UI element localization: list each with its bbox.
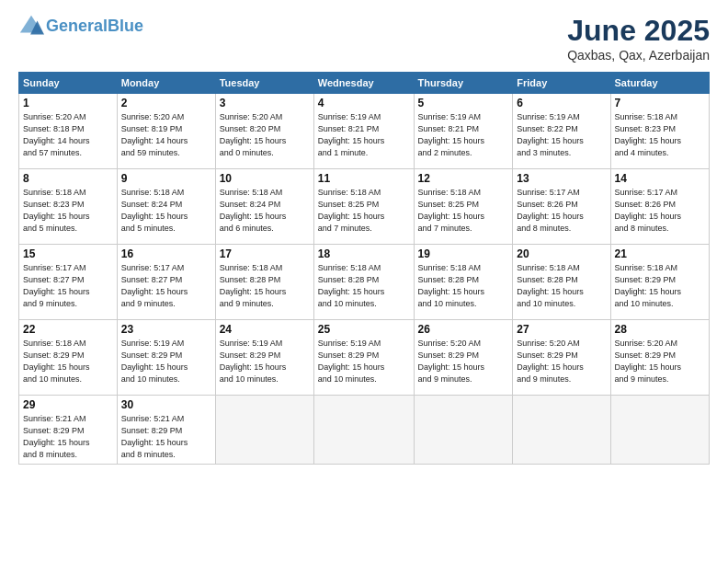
table-cell: 27Sunrise: 5:20 AMSunset: 8:29 PMDayligh…	[513, 320, 610, 396]
table-cell: 7Sunrise: 5:18 AMSunset: 8:23 PMDaylight…	[610, 94, 709, 169]
day-number: 23	[121, 323, 211, 336]
day-info: Sunrise: 5:21 AMSunset: 8:29 PMDaylight:…	[23, 413, 113, 461]
day-number: 30	[121, 398, 211, 411]
day-info: Sunrise: 5:20 AMSunset: 8:18 PMDaylight:…	[23, 111, 113, 159]
day-number: 13	[517, 172, 606, 185]
table-cell: 21Sunrise: 5:18 AMSunset: 8:29 PMDayligh…	[610, 245, 709, 320]
table-row: 15Sunrise: 5:17 AMSunset: 8:27 PMDayligh…	[19, 245, 710, 320]
logo-line2: Blue	[108, 17, 143, 35]
day-number: 25	[318, 323, 410, 336]
table-cell: 3Sunrise: 5:20 AMSunset: 8:20 PMDaylight…	[215, 94, 313, 169]
table-cell: 18Sunrise: 5:18 AMSunset: 8:28 PMDayligh…	[313, 245, 414, 320]
day-number: 19	[418, 247, 509, 260]
table-cell	[610, 396, 709, 465]
table-row: 8Sunrise: 5:18 AMSunset: 8:23 PMDaylight…	[19, 169, 710, 245]
table-cell: 13Sunrise: 5:17 AMSunset: 8:26 PMDayligh…	[513, 169, 610, 245]
day-number: 27	[517, 323, 606, 336]
table-cell: 22Sunrise: 5:18 AMSunset: 8:29 PMDayligh…	[19, 320, 118, 396]
day-number: 22	[23, 323, 113, 336]
day-number: 7	[615, 97, 705, 109]
day-info: Sunrise: 5:21 AMSunset: 8:29 PMDaylight:…	[121, 413, 211, 461]
day-number: 2	[121, 97, 211, 109]
day-number: 28	[615, 323, 705, 336]
table-cell: 9Sunrise: 5:18 AMSunset: 8:24 PMDaylight…	[117, 169, 215, 245]
day-info: Sunrise: 5:18 AMSunset: 8:25 PMDaylight:…	[418, 187, 509, 235]
day-info: Sunrise: 5:18 AMSunset: 8:28 PMDaylight:…	[418, 262, 509, 310]
table-row: 29Sunrise: 5:21 AMSunset: 8:29 PMDayligh…	[19, 396, 710, 465]
logo-line1: General	[46, 17, 108, 35]
table-cell	[414, 396, 513, 465]
table-cell: 28Sunrise: 5:20 AMSunset: 8:29 PMDayligh…	[610, 320, 709, 396]
title-block: June 2025 Qaxbas, Qax, Azerbaijan	[567, 14, 710, 63]
day-number: 8	[23, 172, 113, 185]
day-number: 1	[23, 97, 113, 109]
day-info: Sunrise: 5:17 AMSunset: 8:27 PMDaylight:…	[121, 262, 211, 310]
table-cell	[215, 396, 313, 465]
day-info: Sunrise: 5:19 AMSunset: 8:22 PMDaylight:…	[517, 111, 606, 159]
logo-text: GeneralBlue	[46, 17, 143, 36]
day-info: Sunrise: 5:18 AMSunset: 8:29 PMDaylight:…	[23, 338, 113, 385]
calendar-table: Sunday Monday Tuesday Wednesday Thursday…	[18, 72, 710, 465]
day-info: Sunrise: 5:17 AMSunset: 8:27 PMDaylight:…	[23, 262, 113, 310]
table-cell: 10Sunrise: 5:18 AMSunset: 8:24 PMDayligh…	[215, 169, 313, 245]
day-info: Sunrise: 5:19 AMSunset: 8:21 PMDaylight:…	[418, 111, 509, 159]
col-sunday: Sunday	[19, 73, 118, 94]
day-number: 6	[517, 97, 606, 109]
col-tuesday: Tuesday	[215, 73, 313, 94]
col-saturday: Saturday	[610, 73, 709, 94]
table-cell: 24Sunrise: 5:19 AMSunset: 8:29 PMDayligh…	[215, 320, 313, 396]
day-info: Sunrise: 5:20 AMSunset: 8:20 PMDaylight:…	[220, 111, 310, 159]
table-cell: 14Sunrise: 5:17 AMSunset: 8:26 PMDayligh…	[610, 169, 709, 245]
day-info: Sunrise: 5:18 AMSunset: 8:24 PMDaylight:…	[220, 187, 310, 235]
day-info: Sunrise: 5:17 AMSunset: 8:26 PMDaylight:…	[615, 187, 705, 235]
table-cell: 8Sunrise: 5:18 AMSunset: 8:23 PMDaylight…	[19, 169, 118, 245]
day-number: 21	[615, 247, 705, 260]
table-cell: 4Sunrise: 5:19 AMSunset: 8:21 PMDaylight…	[313, 94, 414, 169]
day-info: Sunrise: 5:18 AMSunset: 8:28 PMDaylight:…	[220, 262, 310, 310]
col-monday: Monday	[117, 73, 215, 94]
day-number: 16	[121, 247, 211, 260]
col-wednesday: Wednesday	[313, 73, 414, 94]
col-friday: Friday	[513, 73, 610, 94]
day-info: Sunrise: 5:20 AMSunset: 8:29 PMDaylight:…	[418, 338, 509, 385]
day-number: 14	[615, 172, 705, 185]
day-info: Sunrise: 5:19 AMSunset: 8:29 PMDaylight:…	[121, 338, 211, 385]
day-number: 11	[318, 172, 410, 185]
page: GeneralBlue June 2025 Qaxbas, Qax, Azerb…	[0, 0, 728, 563]
header-row: Sunday Monday Tuesday Wednesday Thursday…	[19, 73, 710, 94]
day-number: 9	[121, 172, 211, 185]
table-cell: 19Sunrise: 5:18 AMSunset: 8:28 PMDayligh…	[414, 245, 513, 320]
table-cell: 2Sunrise: 5:20 AMSunset: 8:19 PMDaylight…	[117, 94, 215, 169]
logo-icon	[18, 14, 44, 40]
table-cell	[513, 396, 610, 465]
day-number: 20	[517, 247, 606, 260]
day-info: Sunrise: 5:18 AMSunset: 8:23 PMDaylight:…	[23, 187, 113, 235]
table-cell: 20Sunrise: 5:18 AMSunset: 8:28 PMDayligh…	[513, 245, 610, 320]
table-cell: 16Sunrise: 5:17 AMSunset: 8:27 PMDayligh…	[117, 245, 215, 320]
day-info: Sunrise: 5:18 AMSunset: 8:28 PMDaylight:…	[517, 262, 606, 310]
day-info: Sunrise: 5:18 AMSunset: 8:24 PMDaylight:…	[121, 187, 211, 235]
day-number: 29	[23, 398, 113, 411]
table-cell: 15Sunrise: 5:17 AMSunset: 8:27 PMDayligh…	[19, 245, 118, 320]
day-info: Sunrise: 5:20 AMSunset: 8:19 PMDaylight:…	[121, 111, 211, 159]
table-cell: 12Sunrise: 5:18 AMSunset: 8:25 PMDayligh…	[414, 169, 513, 245]
day-number: 15	[23, 247, 113, 260]
day-info: Sunrise: 5:19 AMSunset: 8:29 PMDaylight:…	[318, 338, 410, 385]
day-info: Sunrise: 5:18 AMSunset: 8:23 PMDaylight:…	[615, 111, 705, 159]
day-number: 4	[318, 97, 410, 109]
table-cell: 6Sunrise: 5:19 AMSunset: 8:22 PMDaylight…	[513, 94, 610, 169]
day-number: 24	[220, 323, 310, 336]
location: Qaxbas, Qax, Azerbaijan	[567, 48, 710, 63]
day-info: Sunrise: 5:18 AMSunset: 8:28 PMDaylight:…	[318, 262, 410, 310]
day-number: 18	[318, 247, 410, 260]
day-number: 17	[220, 247, 310, 260]
table-cell: 26Sunrise: 5:20 AMSunset: 8:29 PMDayligh…	[414, 320, 513, 396]
table-cell: 5Sunrise: 5:19 AMSunset: 8:21 PMDaylight…	[414, 94, 513, 169]
day-info: Sunrise: 5:17 AMSunset: 8:26 PMDaylight:…	[517, 187, 606, 235]
table-cell	[313, 396, 414, 465]
table-row: 22Sunrise: 5:18 AMSunset: 8:29 PMDayligh…	[19, 320, 710, 396]
table-cell: 29Sunrise: 5:21 AMSunset: 8:29 PMDayligh…	[19, 396, 118, 465]
day-number: 3	[220, 97, 310, 109]
table-cell: 17Sunrise: 5:18 AMSunset: 8:28 PMDayligh…	[215, 245, 313, 320]
col-thursday: Thursday	[414, 73, 513, 94]
